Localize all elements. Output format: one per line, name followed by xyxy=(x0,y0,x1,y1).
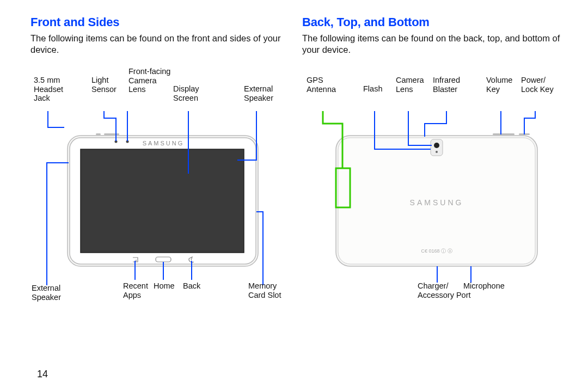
back-column: Back, Top, and Bottom The following item… xyxy=(302,15,564,321)
brand-text-front: SAMSUNG xyxy=(143,140,185,146)
label-back-key: Back xyxy=(183,281,200,291)
label-microphone: Microphone xyxy=(463,281,505,291)
label-display-screen: Display Screen xyxy=(173,84,199,102)
svg-point-11 xyxy=(434,143,439,148)
page-number: 14 xyxy=(37,369,48,380)
label-memory-card: Memory Card Slot xyxy=(248,281,281,299)
brand-text-back: SAMSUNG xyxy=(410,198,464,207)
label-ir-blaster: Infrared Blaster xyxy=(433,76,460,94)
front-heading: Front and Sides xyxy=(30,15,292,29)
label-flash: Flash xyxy=(363,84,382,94)
svg-rect-7 xyxy=(104,133,119,135)
front-intro: The following items can be found on the … xyxy=(30,33,292,56)
label-ext-speaker-left: External Speaker xyxy=(32,284,61,302)
back-intro: The following items can be found on the … xyxy=(302,33,564,56)
svg-rect-6 xyxy=(96,133,101,135)
svg-rect-2 xyxy=(81,149,244,253)
label-light-sensor: Light Sensor xyxy=(91,76,117,94)
svg-rect-13 xyxy=(493,133,514,135)
front-column: Front and Sides The following items can … xyxy=(30,15,292,321)
label-ext-speaker-right: External Speaker xyxy=(244,84,273,102)
cert-text: C€ 0168 ⓘ ⓧ xyxy=(421,248,452,254)
label-home: Home xyxy=(154,281,175,291)
label-volume-key: Volume Key xyxy=(486,76,512,94)
label-recent-apps: Recent Apps xyxy=(123,281,148,299)
svg-point-12 xyxy=(436,151,438,153)
back-heading: Back, Top, and Bottom xyxy=(302,15,564,29)
label-power-key: Power/ Lock Key xyxy=(521,76,554,94)
label-gps-antenna: GPS Antenna xyxy=(307,76,336,94)
label-camera-lens: Camera Lens xyxy=(396,76,424,94)
label-charger-port: Charger/ Accessory Port xyxy=(418,281,471,299)
label-headset-jack: 3.5 mm Headset Jack xyxy=(34,76,63,103)
label-front-camera: Front-facing Camera Lens xyxy=(128,67,170,94)
